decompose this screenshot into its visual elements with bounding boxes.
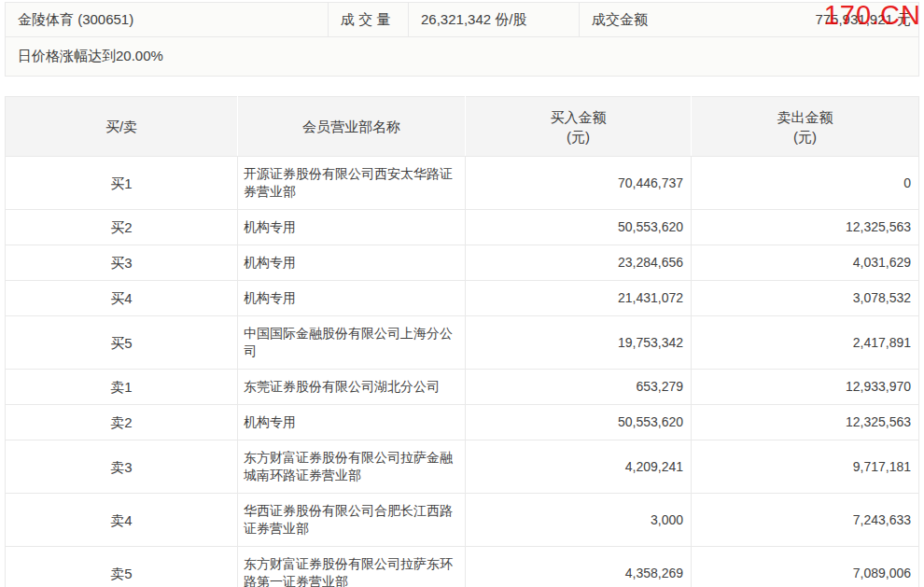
header-broker-name: 会员营业部名称 (238, 97, 466, 157)
sell-amount-cell: 3,078,532 (692, 281, 919, 316)
broker-name-cell: 机构专用 (238, 405, 466, 440)
side-cell: 卖1 (6, 370, 238, 405)
side-cell: 买5 (6, 316, 238, 370)
broker-name-cell: 开源证券股份有限公司西安太华路证券营业部 (238, 157, 466, 210)
header-buy-sell: 买/卖 (6, 97, 238, 157)
broker-name-cell: 东方财富证券股份有限公司拉萨金融城南环路证券营业部 (238, 440, 466, 494)
broker-name-cell: 机构专用 (238, 245, 466, 281)
sell-amount-cell: 12,933,970 (692, 370, 919, 405)
broker-name-cell: 东方财富证券股份有限公司拉萨东环路第一证券营业部 (238, 547, 466, 587)
table-body: 买1开源证券股份有限公司西安太华路证券营业部70,446,7370买2机构专用5… (6, 157, 919, 587)
buy-amount-cell: 4,358,269 (466, 547, 692, 587)
side-cell: 买4 (6, 281, 238, 316)
broker-ranking-table: 买/卖 会员营业部名称 买入金额 (元) 卖出金额 (元) 买1开源证券股份有限… (5, 96, 919, 587)
side-cell: 买2 (6, 210, 238, 245)
table-row: 卖2机构专用50,553,62012,325,563 (6, 405, 919, 440)
sell-amount-cell: 4,031,629 (692, 245, 919, 281)
buy-amount-cell: 3,000 (466, 494, 692, 547)
sell-amount-cell: 7,243,633 (692, 494, 919, 547)
buy-amount-cell: 21,431,072 (466, 281, 692, 316)
broker-name-cell: 东莞证券股份有限公司湖北分公司 (238, 370, 466, 405)
table-row: 买5中国国际金融股份有限公司上海分公司19,753,3422,417,891 (6, 316, 919, 370)
header-buy-amount: 买入金额 (元) (466, 97, 692, 157)
summary-box: 金陵体育 (300651) 成 交 量 26,321,342 份/股 成交金额 … (5, 2, 919, 77)
stock-title: 金陵体育 (300651) (6, 3, 329, 36)
side-cell: 买3 (6, 245, 238, 281)
side-cell: 卖2 (6, 405, 238, 440)
side-cell: 卖4 (6, 494, 238, 547)
table-row: 买3机构专用23,284,6564,031,629 (6, 245, 919, 281)
table-row: 买1开源证券股份有限公司西安太华路证券营业部70,446,7370 (6, 157, 919, 210)
sell-amount-cell: 0 (692, 157, 919, 210)
table-row: 卖1东莞证券股份有限公司湖北分公司653,27912,933,970 (6, 370, 919, 405)
sell-amount-cell: 2,417,891 (692, 316, 919, 370)
buy-amount-cell: 70,446,737 (466, 157, 692, 210)
table-row: 买4机构专用21,431,0723,078,532 (6, 281, 919, 316)
side-cell: 卖3 (6, 440, 238, 494)
table-header-row: 买/卖 会员营业部名称 买入金额 (元) 卖出金额 (元) (6, 97, 919, 157)
buy-amount-cell: 4,209,241 (466, 440, 692, 494)
volume-label: 成 交 量 (329, 3, 409, 36)
sell-amount-cell: 7,089,006 (692, 547, 919, 587)
site-watermark: 170.CN (824, 0, 921, 31)
broker-name-cell: 中国国际金融股份有限公司上海分公司 (238, 316, 466, 370)
buy-amount-cell: 23,284,656 (466, 245, 692, 281)
table-row: 买2机构专用50,553,62012,325,563 (6, 210, 919, 245)
table-row: 卖5东方财富证券股份有限公司拉萨东环路第一证券营业部4,358,2697,089… (6, 547, 919, 587)
broker-name-cell: 华西证券股份有限公司合肥长江西路证券营业部 (238, 494, 466, 547)
table-row: 卖4华西证券股份有限公司合肥长江西路证券营业部3,0007,243,633 (6, 494, 919, 547)
buy-amount-cell: 19,753,342 (466, 316, 692, 370)
buy-amount-cell: 50,553,620 (466, 210, 692, 245)
broker-name-cell: 机构专用 (238, 210, 466, 245)
turnover-label: 成交金额 (592, 11, 648, 29)
side-cell: 买1 (6, 157, 238, 210)
buy-amount-cell: 653,279 (466, 370, 692, 405)
table-row: 卖3东方财富证券股份有限公司拉萨金融城南环路证券营业部4,209,2419,71… (6, 440, 919, 494)
sell-amount-cell: 12,325,563 (692, 210, 919, 245)
volume-value: 26,321,342 份/股 (409, 3, 580, 36)
buy-amount-cell: 50,553,620 (466, 405, 692, 440)
broker-name-cell: 机构专用 (238, 281, 466, 316)
side-cell: 卖5 (6, 547, 238, 587)
header-sell-amount: 卖出金额 (元) (692, 97, 919, 157)
price-change-note: 日价格涨幅达到20.00% (6, 37, 918, 76)
sell-amount-cell: 12,325,563 (692, 405, 919, 440)
sell-amount-cell: 9,717,181 (692, 440, 919, 494)
summary-row: 金陵体育 (300651) 成 交 量 26,321,342 份/股 成交金额 … (6, 3, 918, 37)
